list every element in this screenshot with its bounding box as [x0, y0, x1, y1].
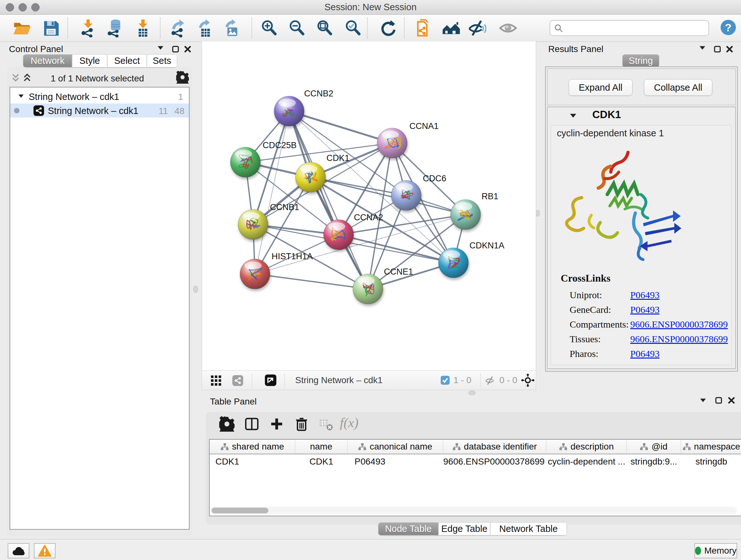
column-header-name[interactable]: name [295, 440, 347, 454]
import-database-button[interactable] [105, 19, 123, 37]
network-options-gear-icon[interactable] [176, 71, 189, 84]
export-network-icon [168, 19, 187, 37]
zoom-selected-button[interactable] [344, 19, 362, 37]
float-panel-icon[interactable] [715, 396, 723, 404]
node-label: CCNA1 [409, 121, 439, 131]
gene-expand-icon[interactable] [569, 113, 577, 118]
collection-label: String Network – cdk1 [29, 91, 119, 102]
crosslink-link[interactable]: P06493 [630, 304, 660, 315]
left-splitter-handle[interactable] [193, 286, 198, 293]
zoom-out-button[interactable] [287, 19, 306, 37]
cell-shared-name: CDK1 [210, 456, 295, 467]
expand-all-button[interactable]: Expand All [569, 79, 632, 96]
collapse-panel-icon[interactable] [157, 45, 164, 51]
control-panel: Control Panel Network Style Select Sets … [0, 42, 201, 539]
crosslink-link[interactable]: 9606.ENSP00000378699 [630, 334, 728, 345]
tab-sets[interactable]: Sets [147, 54, 177, 67]
export-image-button[interactable] [223, 19, 241, 37]
add-column-button[interactable] [269, 416, 284, 432]
tab-network-table[interactable]: Network Table [490, 522, 567, 536]
scrollbar-thumb[interactable] [212, 508, 268, 513]
crosslink-link[interactable]: 9606.ENSP00000378699 [630, 319, 728, 330]
close-panel-icon[interactable] [726, 45, 733, 53]
zoom-in-button[interactable] [260, 19, 278, 37]
network-overview-icon[interactable] [232, 375, 244, 386]
show-panel-button[interactable] [499, 19, 517, 37]
refresh-layout-button[interactable] [379, 19, 397, 37]
node-table: shared name name canonical name database… [209, 439, 741, 516]
column-header-namespace[interactable]: namespace [681, 440, 741, 454]
network-row-selected[interactable]: String Network – cdk1 11 48 [10, 104, 189, 118]
clipboard-share-button[interactable] [414, 19, 433, 37]
eye-slash-icon [468, 19, 486, 37]
memory-status-icon [695, 547, 701, 555]
birdseye-button[interactable] [442, 19, 460, 37]
network-node-CDC6[interactable]: CDC6 [391, 174, 447, 210]
export-network-button[interactable] [168, 19, 187, 37]
show-columns-button[interactable] [244, 416, 259, 432]
delete-table-button[interactable] [318, 416, 333, 432]
fit-content-crosshair-icon[interactable] [521, 374, 535, 387]
horizontal-scrollbar[interactable] [210, 507, 737, 514]
column-header-shared-name[interactable]: shared name [210, 440, 295, 454]
import-network-icon [77, 19, 96, 37]
tab-style[interactable]: Style [72, 54, 107, 67]
collapse-panel-icon[interactable] [699, 45, 706, 51]
help-button[interactable]: ? [721, 20, 736, 35]
zoom-fit-button[interactable] [315, 19, 334, 37]
crosslink-link[interactable]: P06493 [630, 348, 660, 359]
float-panel-icon[interactable] [172, 45, 179, 53]
function-builder-button[interactable]: f(x) [340, 415, 358, 430]
grid-view-icon[interactable] [210, 375, 222, 386]
collapse-panel-icon[interactable] [699, 398, 706, 403]
tab-edge-table[interactable]: Edge Table [439, 522, 490, 536]
column-header-canonical-name[interactable]: canonical name [347, 440, 443, 454]
selected-checkbox-icon[interactable] [441, 376, 450, 385]
crosslink-label: GeneCard: [569, 304, 611, 315]
network-node-HIST1H1A[interactable]: HIST1H1A [240, 252, 313, 289]
table-panel: Table Panel [202, 396, 741, 539]
expand-all-networks-icon[interactable] [22, 73, 32, 82]
tab-select[interactable]: Select [107, 54, 147, 67]
network-canvas[interactable]: CCNB2CCNA1CDC25BCDK1CDC6RB1CCNB1CCNA2CDK… [202, 42, 536, 370]
node-label: CDC6 [423, 174, 447, 183]
export-table-button[interactable] [196, 19, 214, 37]
collapse-all-button[interactable]: Collapse All [644, 79, 712, 96]
node-label: CCNB1 [270, 202, 299, 212]
network-node-CCNB2[interactable]: CCNB2 [274, 89, 333, 126]
collection-expand-icon[interactable] [18, 94, 24, 98]
warnings-button[interactable] [34, 543, 56, 558]
gene-details: cyclin-dependent kinase 1 [551, 125, 731, 365]
delete-column-button[interactable] [294, 416, 309, 432]
network-collection-row[interactable]: String Network – cdk1 1 [10, 89, 189, 104]
table-options-button[interactable] [219, 416, 234, 432]
close-panel-icon[interactable] [184, 45, 192, 53]
hide-panels-button[interactable] [468, 19, 486, 37]
tab-network[interactable]: Network [23, 54, 72, 67]
search-input[interactable] [567, 21, 706, 34]
column-header-id[interactable]: @id [627, 440, 681, 454]
memory-button[interactable]: Memory [694, 543, 737, 558]
save-session-button[interactable] [42, 19, 60, 37]
cloud-status-button[interactable] [8, 543, 29, 558]
column-header-description[interactable]: description [546, 440, 627, 454]
table-row[interactable]: CDK1 CDK1 P06493 9606.ENSP00000378699 cy… [210, 454, 741, 469]
crosslink-link[interactable]: P06493 [630, 290, 660, 300]
detach-view-icon[interactable] [265, 374, 277, 386]
network-node-CDKN1A[interactable]: CDKN1A [439, 241, 504, 278]
network-node-CCNE1[interactable]: CCNE1 [353, 267, 413, 304]
network-node-RB1[interactable]: RB1 [451, 192, 498, 230]
import-table-button[interactable] [134, 19, 152, 37]
open-session-button[interactable] [12, 19, 31, 37]
tab-string[interactable]: String [622, 54, 659, 67]
tab-node-table[interactable]: Node Table [378, 522, 439, 536]
network-node-CCNA1[interactable]: CCNA1 [377, 121, 439, 158]
column-header-database-identifier[interactable]: database identifier [443, 440, 546, 454]
zoom-fit-icon [315, 19, 334, 37]
float-panel-icon[interactable] [714, 45, 721, 53]
import-network-button[interactable] [77, 19, 96, 37]
horizontal-splitter-handle[interactable] [468, 391, 475, 395]
table-type-tabs: Node Table Edge Table Network Table [378, 522, 567, 536]
collapse-all-networks-icon[interactable] [11, 73, 20, 82]
close-panel-icon[interactable] [728, 396, 735, 404]
